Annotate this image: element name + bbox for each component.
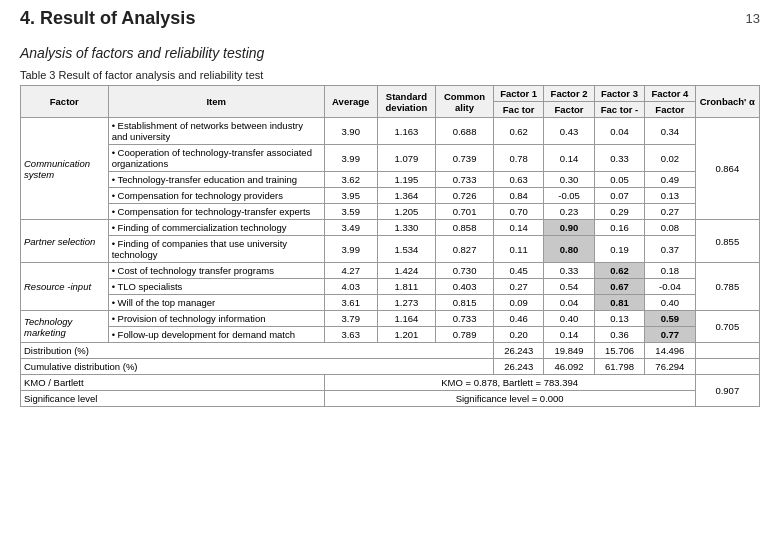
f3-cell: 0.67	[594, 279, 644, 295]
table-row: • Finding of companies that use universi…	[21, 236, 760, 263]
item-cell: • TLO specialists	[108, 279, 324, 295]
f1-cell: 0.46	[493, 311, 543, 327]
table-row: • Compensation for technology-transfer e…	[21, 204, 760, 220]
comm-cell: 0.688	[436, 118, 494, 145]
content-area: Analysis of factors and reliability test…	[0, 35, 780, 417]
item-cell: • Cooperation of technology-transfer ass…	[108, 145, 324, 172]
f4-cell: 0.08	[645, 220, 695, 236]
kmo-value: KMO = 0.878, Bartlett = 783.394	[324, 375, 695, 391]
item-cell: • Finding of commercialization technolog…	[108, 220, 324, 236]
f3-cell: 0.36	[594, 327, 644, 343]
sd-cell: 1.534	[377, 236, 435, 263]
avg-cell: 3.62	[324, 172, 377, 188]
avg-cell: 4.03	[324, 279, 377, 295]
col-f1: Factor 1	[493, 86, 543, 102]
comm-cell: 0.726	[436, 188, 494, 204]
f4-cell: 0.34	[645, 118, 695, 145]
col-cronbach: Cronbach' α	[695, 86, 759, 118]
f1-cell: 0.09	[493, 295, 543, 311]
table-row: Partner selection• Finding of commercial…	[21, 220, 760, 236]
distribution-row: Distribution (%) 26.243 19.849 15.706 14…	[21, 343, 760, 359]
sd-cell: 1.195	[377, 172, 435, 188]
f1-cell: 0.45	[493, 263, 543, 279]
f3-cell: 0.13	[594, 311, 644, 327]
cum-f3: 61.798	[594, 359, 644, 375]
avg-cell: 3.99	[324, 145, 377, 172]
comm-cell: 0.733	[436, 311, 494, 327]
avg-cell: 4.27	[324, 263, 377, 279]
sd-cell: 1.164	[377, 311, 435, 327]
sd-cell: 1.273	[377, 295, 435, 311]
col-f2: Factor 2	[544, 86, 594, 102]
col-average: Average	[324, 86, 377, 118]
table-row: Communication system• Establishment of n…	[21, 118, 760, 145]
sd-cell: 1.163	[377, 118, 435, 145]
item-cell: • Follow-up development for demand match	[108, 327, 324, 343]
f2-cell: 0.14	[544, 145, 594, 172]
significance-row: Significance level Significance level = …	[21, 391, 760, 407]
sd-cell: 1.079	[377, 145, 435, 172]
cronbach-cell: 0.785	[695, 263, 759, 311]
f1-cell: 0.14	[493, 220, 543, 236]
f3-cell: 0.16	[594, 220, 644, 236]
f2-cell: 0.43	[544, 118, 594, 145]
dist-f3: 15.706	[594, 343, 644, 359]
avg-cell: 3.49	[324, 220, 377, 236]
cum-f2: 46.092	[544, 359, 594, 375]
sd-cell: 1.201	[377, 327, 435, 343]
page-title: 4. Result of Analysis	[20, 8, 195, 29]
page-number: 13	[746, 11, 760, 26]
f2-cell: 0.23	[544, 204, 594, 220]
f3-cell: 0.19	[594, 236, 644, 263]
f1-cell: 0.84	[493, 188, 543, 204]
table-body: Communication system• Establishment of n…	[21, 118, 760, 407]
sig-label: Significance level	[21, 391, 325, 407]
f4-cell: 0.49	[645, 172, 695, 188]
f3-cell: 0.04	[594, 118, 644, 145]
cum-label: Cumulative distribution (%)	[21, 359, 494, 375]
sd-cell: 1.330	[377, 220, 435, 236]
col-f4-sub: Factor	[645, 102, 695, 118]
cum-f1: 26.243	[493, 359, 543, 375]
item-cell: • Technology-transfer education and trai…	[108, 172, 324, 188]
table-row: • Follow-up development for demand match…	[21, 327, 760, 343]
comm-cell: 0.789	[436, 327, 494, 343]
final-cronbach: 0.907	[695, 375, 759, 407]
f2-cell: -0.05	[544, 188, 594, 204]
f4-cell: 0.40	[645, 295, 695, 311]
col-factor: Factor	[21, 86, 109, 118]
f4-cell: 0.18	[645, 263, 695, 279]
f4-cell: 0.77	[645, 327, 695, 343]
col-f4: Factor 4	[645, 86, 695, 102]
f1-cell: 0.62	[493, 118, 543, 145]
avg-cell: 3.61	[324, 295, 377, 311]
dist-f1: 26.243	[493, 343, 543, 359]
kmo-row: KMO / Bartlett KMO = 0.878, Bartlett = 7…	[21, 375, 760, 391]
factor-cell: Communication system	[21, 118, 109, 220]
col-f3: Factor 3	[594, 86, 644, 102]
f1-cell: 0.27	[493, 279, 543, 295]
f3-cell: 0.05	[594, 172, 644, 188]
table-row: • Cooperation of technology-transfer ass…	[21, 145, 760, 172]
f2-cell: 0.40	[544, 311, 594, 327]
item-cell: • Establishment of networks between indu…	[108, 118, 324, 145]
f1-cell: 0.78	[493, 145, 543, 172]
table-caption: Table 3 Result of factor analysis and re…	[20, 69, 760, 81]
table-row: • Technology-transfer education and trai…	[21, 172, 760, 188]
table-header-row: Factor Item Average Standard deviation C…	[21, 86, 760, 102]
dist-label: Distribution (%)	[21, 343, 494, 359]
cum-cronbach	[695, 359, 759, 375]
avg-cell: 3.79	[324, 311, 377, 327]
avg-cell: 3.90	[324, 118, 377, 145]
col-comm: Common ality	[436, 86, 494, 118]
f1-cell: 0.20	[493, 327, 543, 343]
f3-cell: 0.29	[594, 204, 644, 220]
f2-cell: 0.30	[544, 172, 594, 188]
cumulative-row: Cumulative distribution (%) 26.243 46.09…	[21, 359, 760, 375]
sd-cell: 1.205	[377, 204, 435, 220]
col-item: Item	[108, 86, 324, 118]
table-row: Resource -input• Cost of technology tran…	[21, 263, 760, 279]
factor-cell: Resource -input	[21, 263, 109, 311]
f3-cell: 0.81	[594, 295, 644, 311]
kmo-label: KMO / Bartlett	[21, 375, 325, 391]
